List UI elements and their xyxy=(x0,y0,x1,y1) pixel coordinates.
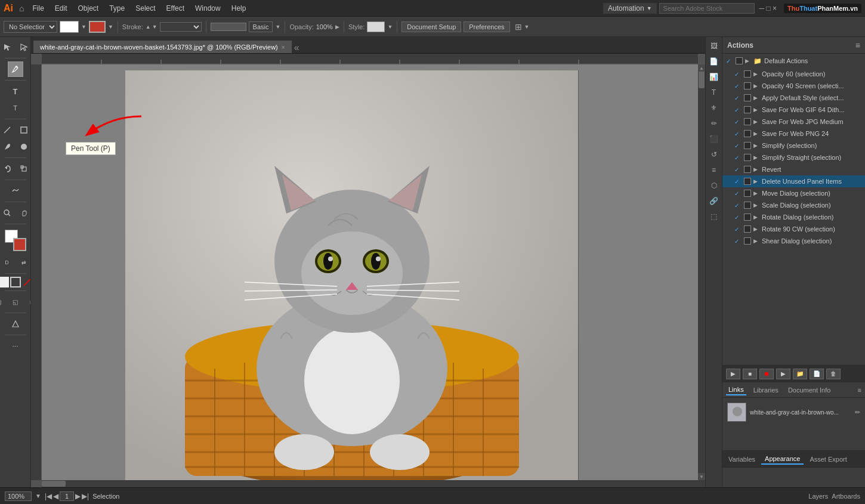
link-edit-button[interactable]: ✏ xyxy=(855,409,860,416)
cloud-libraries-icon[interactable]: 🖼 xyxy=(708,39,721,52)
menu-help[interactable]: Help xyxy=(227,3,251,14)
selection-dropdown[interactable]: No Selection xyxy=(4,21,57,33)
links-icon[interactable]: 🔗 xyxy=(708,194,721,208)
item-checkbox-0[interactable] xyxy=(744,70,751,78)
first-page-button[interactable]: |◀ xyxy=(45,492,52,500)
action-item-2[interactable]: ✓ ▶ Apply Default Style (select... xyxy=(722,92,865,104)
stroke-swatch[interactable] xyxy=(13,238,26,251)
stroke-up[interactable]: ▲ xyxy=(146,24,151,30)
tab-close-button[interactable]: × xyxy=(282,44,285,51)
item-checkbox-7[interactable] xyxy=(744,154,751,161)
document-info-tab[interactable]: Document Info xyxy=(786,385,833,395)
item-expand-10[interactable]: ▶ xyxy=(753,190,759,196)
item-checkbox-8[interactable] xyxy=(744,166,751,173)
item-checkbox-10[interactable] xyxy=(744,190,751,197)
item-expand-8[interactable]: ▶ xyxy=(753,166,759,172)
actions-play-button[interactable]: ▶ xyxy=(776,369,790,379)
action-item-8[interactable]: ✓ ▶ Revert xyxy=(722,163,865,175)
blob-brush-button[interactable] xyxy=(16,139,32,154)
item-expand-0[interactable]: ▶ xyxy=(753,71,759,77)
action-item-4[interactable]: ✓ ▶ Save For Web JPG Medium xyxy=(722,116,865,128)
canvas-content[interactable] xyxy=(42,64,698,480)
action-item-10[interactable]: ✓ ▶ Move Dialog (selection) xyxy=(722,187,865,199)
automation-button[interactable]: Automation ▼ xyxy=(603,3,657,14)
shape-tool-button[interactable] xyxy=(16,122,32,138)
default-colors-button[interactable]: D xyxy=(0,255,15,270)
fill-color-swatch[interactable] xyxy=(60,21,79,33)
item-checkbox-6[interactable] xyxy=(744,142,751,149)
action-item-3[interactable]: ✓ ▶ Save For Web GIF 64 Dith... xyxy=(722,104,865,116)
screen-mode-3[interactable]: □ xyxy=(24,294,32,310)
scroll-up-button[interactable]: ▲ xyxy=(698,64,705,72)
action-item-7[interactable]: ✓ ▶ Simplify Straight (selection) xyxy=(722,151,865,163)
menu-file[interactable]: File xyxy=(27,3,48,14)
item-expand-7[interactable]: ▶ xyxy=(753,154,759,160)
group-checkbox[interactable] xyxy=(736,57,743,64)
item-expand-5[interactable]: ▶ xyxy=(753,131,759,137)
paintbrush-button[interactable] xyxy=(0,139,15,154)
rotate-tool-button[interactable] xyxy=(0,161,15,177)
symbols-icon[interactable]: ⚜ xyxy=(708,101,721,115)
group-expand-arrow[interactable]: ▶ xyxy=(745,58,751,64)
align-icon[interactable]: ≡ xyxy=(708,163,721,177)
stroke-color-swatch[interactable] xyxy=(89,21,106,33)
line-style-sample[interactable] xyxy=(211,23,246,31)
vertical-scrollbar[interactable]: ▲ ▼ xyxy=(698,64,705,480)
item-expand-2[interactable]: ▶ xyxy=(753,95,759,101)
style-chevron[interactable]: ▼ xyxy=(387,24,393,30)
appearance-tab[interactable]: Appearance xyxy=(761,454,804,465)
libraries-tab[interactable]: Libraries xyxy=(751,385,781,395)
item-checkbox-11[interactable] xyxy=(744,202,751,209)
links-tab[interactable]: Links xyxy=(726,385,746,395)
basic-label[interactable]: Basic xyxy=(249,21,273,32)
pen-tool-button[interactable] xyxy=(8,61,23,77)
actions-list[interactable]: ✓ ▶ 📁 Default Actions ✓ ▶ Opacity 60 (se… xyxy=(722,54,865,365)
action-item-12[interactable]: ✓ ▶ Rotate Dialog (selection) xyxy=(722,211,865,223)
item-checkbox-1[interactable] xyxy=(744,82,751,89)
transform-icon[interactable]: ↺ xyxy=(708,148,721,161)
item-expand-13[interactable]: ▶ xyxy=(753,226,759,232)
menu-object[interactable]: Object xyxy=(73,3,104,14)
preferences-button[interactable]: Preferences xyxy=(464,21,509,32)
item-expand-12[interactable]: ▶ xyxy=(753,214,759,220)
item-expand-3[interactable]: ▶ xyxy=(753,107,759,113)
prev-page-button[interactable]: ◀ xyxy=(53,492,58,500)
canvas-scroll-area[interactable]: ▲ ▼ Pen Tool (P) xyxy=(31,54,705,487)
direct-selection-tool-button[interactable] xyxy=(16,39,32,55)
actions-new-set-button[interactable]: 📁 xyxy=(793,369,807,379)
menu-select[interactable]: Select xyxy=(131,3,160,14)
screen-mode-1[interactable]: ▣ xyxy=(0,294,7,310)
menu-effect[interactable]: Effect xyxy=(162,3,189,14)
item-checkbox-9[interactable] xyxy=(744,178,751,185)
actions-expand-button[interactable]: ▶ xyxy=(726,369,740,379)
horizontal-scrollbar-thumb[interactable] xyxy=(42,481,66,487)
actions-delete-button[interactable]: 🗑 xyxy=(826,369,841,379)
action-item-14[interactable]: ✓ ▶ Shear Dialog (selection) xyxy=(722,235,865,247)
actions-menu-button[interactable]: ≡ xyxy=(855,41,860,50)
type-tool-button[interactable]: T xyxy=(8,84,23,99)
selection-tool-button[interactable] xyxy=(0,39,15,55)
artboards-icon[interactable]: ⬚ xyxy=(708,210,721,223)
action-item-1[interactable]: ✓ ▶ Opacity 40 Screen (selecti... xyxy=(722,80,865,92)
search-input[interactable] xyxy=(659,3,755,14)
none-button[interactable] xyxy=(22,277,32,287)
item-expand-9[interactable]: ▶ xyxy=(753,178,759,184)
item-expand-6[interactable]: ▶ xyxy=(753,143,759,149)
layers-icon[interactable]: 📊 xyxy=(708,70,721,84)
menu-edit[interactable]: Edit xyxy=(50,3,72,14)
more-tools-button[interactable]: ··· xyxy=(8,338,23,354)
links-menu-button[interactable]: ≡ xyxy=(858,386,861,394)
arrange-chevron[interactable]: ▼ xyxy=(524,24,530,30)
swap-colors-button[interactable]: ⇄ xyxy=(16,255,32,270)
item-expand-1[interactable]: ▶ xyxy=(753,83,759,89)
action-item-13[interactable]: ✓ ▶ Rotate 90 CW (selection) xyxy=(722,223,865,235)
item-expand-14[interactable]: ▶ xyxy=(753,238,759,244)
style-swatch[interactable] xyxy=(367,21,385,32)
screen-mode-2[interactable]: ◱ xyxy=(8,294,23,310)
hand-tool-button[interactable] xyxy=(16,205,32,221)
stroke-profile-dropdown[interactable] xyxy=(160,22,202,32)
stroke-color-chevron[interactable]: ▼ xyxy=(108,24,113,30)
fill-chevron[interactable]: ▼ xyxy=(81,24,86,30)
swatches-icon[interactable]: ⬛ xyxy=(708,132,721,146)
action-item-9[interactable]: ✓ ▶ Delete Unused Panel Items xyxy=(722,175,865,187)
